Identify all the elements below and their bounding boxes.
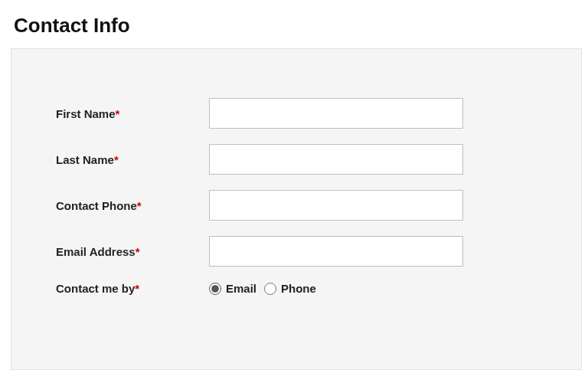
contact-phone-label: Contact Phone* (56, 199, 209, 212)
contact-by-phone-radio[interactable] (264, 283, 276, 295)
contact-phone-row: Contact Phone* (11, 190, 581, 221)
contact-phone-label-text: Contact Phone (56, 199, 137, 212)
email-address-input[interactable] (209, 236, 463, 267)
contact-by-email-label: Email (226, 282, 256, 295)
contact-by-phone-label: Phone (281, 282, 316, 295)
email-address-label-text: Email Address (56, 245, 136, 258)
required-marker: * (135, 282, 139, 295)
contact-by-email-radio[interactable] (209, 283, 221, 295)
last-name-label-text: Last Name (56, 153, 114, 166)
last-name-label: Last Name* (56, 153, 209, 166)
contact-by-phone-item: Phone (264, 282, 316, 295)
required-marker: * (114, 153, 119, 166)
required-marker: * (136, 245, 140, 258)
contact-form-panel: First Name* Last Name* Contact Phone* Em… (11, 48, 582, 370)
required-marker: * (137, 199, 142, 212)
contact-by-label: Contact me by* (56, 282, 209, 295)
contact-by-row: Contact me by* Email Phone (11, 282, 581, 295)
first-name-label-text: First Name (56, 107, 116, 120)
last-name-row: Last Name* (11, 144, 581, 175)
last-name-input[interactable] (209, 144, 463, 175)
first-name-input[interactable] (209, 98, 463, 129)
required-marker: * (116, 107, 120, 120)
contact-by-radio-group: Email Phone (209, 282, 316, 295)
contact-phone-input[interactable] (209, 190, 463, 221)
contact-by-email-item: Email (209, 282, 256, 295)
email-address-label: Email Address* (56, 245, 209, 258)
first-name-row: First Name* (11, 98, 581, 129)
email-address-row: Email Address* (11, 236, 581, 267)
page-title: Contact Info (14, 14, 588, 38)
first-name-label: First Name* (56, 107, 209, 120)
contact-by-label-text: Contact me by (56, 282, 135, 295)
